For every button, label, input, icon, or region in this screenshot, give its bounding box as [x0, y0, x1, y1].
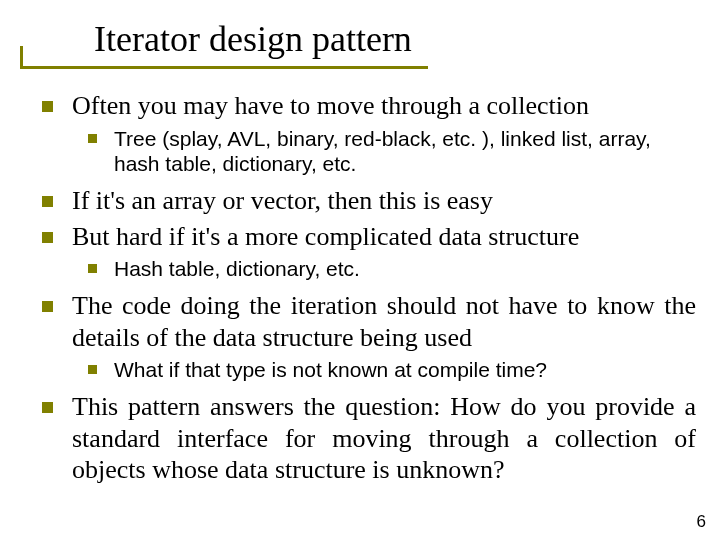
- square-bullet-icon: [88, 365, 97, 374]
- bullet-level1: If it's an array or vector, then this is…: [36, 185, 696, 217]
- square-bullet-icon: [88, 134, 97, 143]
- bullet-text: Hash table, dictionary, etc.: [114, 257, 360, 280]
- bullet-level2: Hash table, dictionary, etc.: [36, 256, 696, 282]
- bullet-level2: Tree (splay, AVL, binary, red-black, etc…: [36, 126, 696, 177]
- square-bullet-icon: [42, 402, 53, 413]
- square-bullet-icon: [42, 101, 53, 112]
- bullet-text: Often you may have to move through a col…: [72, 91, 589, 120]
- bullet-text: What if that type is not known at compil…: [114, 358, 547, 381]
- bullet-text: But hard if it's a more complicated data…: [72, 222, 579, 251]
- bullet-text: The code doing the iteration should not …: [72, 291, 696, 352]
- bullet-level2: What if that type is not known at compil…: [36, 357, 696, 383]
- title-container: Iterator design pattern: [94, 20, 412, 60]
- square-bullet-icon: [42, 232, 53, 243]
- bullet-level1: Often you may have to move through a col…: [36, 90, 696, 122]
- slide-body: Often you may have to move through a col…: [36, 90, 696, 490]
- page-number: 6: [697, 512, 706, 532]
- title-accent-vertical: [20, 46, 23, 66]
- bullet-text: This pattern answers the question: How d…: [72, 392, 696, 484]
- square-bullet-icon: [42, 301, 53, 312]
- bullet-level1: But hard if it's a more complicated data…: [36, 221, 696, 253]
- bullet-text: If it's an array or vector, then this is…: [72, 186, 493, 215]
- slide-title: Iterator design pattern: [94, 20, 412, 60]
- title-underline: [20, 66, 428, 69]
- bullet-level1: The code doing the iteration should not …: [36, 290, 696, 353]
- square-bullet-icon: [88, 264, 97, 273]
- bullet-text: Tree (splay, AVL, binary, red-black, etc…: [114, 127, 651, 176]
- slide: Iterator design pattern Often you may ha…: [0, 0, 720, 540]
- bullet-level1: This pattern answers the question: How d…: [36, 391, 696, 486]
- square-bullet-icon: [42, 196, 53, 207]
